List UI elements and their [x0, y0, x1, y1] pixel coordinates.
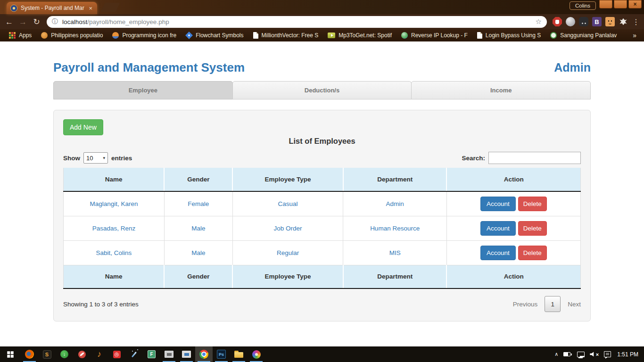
- bookmark-label: Sangguniang Panlalav: [560, 32, 617, 39]
- table-row: Sabit, ColinsMaleRegularMISAccountDelete: [64, 240, 581, 265]
- back-button[interactable]: ←: [3, 18, 16, 26]
- browser-tab[interactable]: System - Payroll and Mar ×: [7, 2, 97, 14]
- clock[interactable]: 1:51 PM: [616, 351, 638, 358]
- forward-button[interactable]: →: [17, 18, 29, 26]
- globe-orange-icon: [41, 32, 48, 39]
- monitor-icon[interactable]: [160, 346, 178, 362]
- profile-button[interactable]: Colins: [570, 1, 596, 10]
- delete-button[interactable]: Delete: [518, 197, 547, 211]
- column-header-name: Name: [64, 265, 165, 288]
- delete-button[interactable]: Delete: [518, 246, 547, 260]
- tab-employee[interactable]: Employee: [53, 81, 233, 99]
- column-header-action: Action: [446, 168, 580, 191]
- table-cell: Pasadas, Renz: [64, 216, 165, 240]
- volume-muted-icon[interactable]: [590, 352, 599, 357]
- url-path: /payroll/home_employee.php: [87, 18, 169, 25]
- account-button[interactable]: Account: [480, 246, 516, 260]
- new-tab-button[interactable]: [101, 3, 120, 12]
- bookmark-star-icon[interactable]: ☆: [536, 17, 542, 26]
- dark-app-icon[interactable]: [579, 17, 588, 26]
- address-bar[interactable]: ⓘ localhost/payroll/home_employee.php ☆: [47, 16, 547, 28]
- browser-menu-icon[interactable]: ⋮: [631, 17, 641, 26]
- pagination: Previous 1 Next: [513, 296, 581, 312]
- entries-select-value: 10: [86, 155, 93, 162]
- bookmark-login-bypass-using-s[interactable]: Login Bypass Using S: [473, 32, 545, 39]
- network-icon[interactable]: [577, 352, 585, 357]
- pagination-previous[interactable]: Previous: [513, 301, 538, 308]
- column-header-employee-type: Employee Type: [232, 168, 343, 191]
- column-header-department: Department: [343, 265, 446, 288]
- pagination-next[interactable]: Next: [568, 301, 581, 308]
- table-cell: Job Order: [232, 216, 343, 240]
- target-icon[interactable]: [108, 346, 125, 362]
- site-favicon-icon: [10, 5, 17, 12]
- start-icon[interactable]: [0, 346, 21, 362]
- bookmark-sangguniang-panlalav[interactable]: Sangguniang Panlalav: [546, 32, 621, 39]
- bookmark-programming-icon-fre[interactable]: Programming icon fre: [108, 32, 181, 39]
- bookmark-flowchart-symbols[interactable]: Flowchart Symbols: [182, 32, 248, 39]
- photoshop-icon[interactable]: [213, 346, 230, 362]
- bootstrap-icon[interactable]: [592, 17, 602, 26]
- delete-button[interactable]: Delete: [518, 221, 547, 236]
- bookmark-label: Login Bypass Using S: [486, 32, 541, 39]
- reload-button[interactable]: ↻: [30, 18, 43, 26]
- adblock-icon[interactable]: [553, 17, 562, 26]
- bookmark-mp3toget-net-spotif[interactable]: Mp3ToGet.net: Spotif: [323, 32, 396, 39]
- bookmarks-bar: AppsPhilippines populatioProgramming ico…: [0, 29, 644, 41]
- add-new-button[interactable]: Add New: [63, 119, 103, 135]
- column-header-department: Department: [343, 168, 446, 191]
- bookmarks-overflow-icon[interactable]: »: [630, 32, 639, 39]
- sublime-icon[interactable]: [38, 346, 56, 362]
- column-header-employee-type: Employee Type: [232, 265, 343, 288]
- list-title: List of Employees: [63, 137, 581, 146]
- seal-green-icon: [550, 32, 557, 39]
- tab-income[interactable]: Income: [411, 81, 591, 99]
- employees-table: NameGenderEmployee TypeDepartmentAction …: [63, 168, 581, 289]
- firefox-icon[interactable]: [21, 346, 38, 362]
- entries-select[interactable]: 10▾: [83, 152, 108, 164]
- folder-icon[interactable]: [230, 346, 248, 362]
- chrome-icon[interactable]: [195, 346, 213, 362]
- taskbar-apps: [0, 346, 265, 362]
- xdm-icon[interactable]: [619, 17, 628, 26]
- action-center-icon[interactable]: [604, 351, 611, 357]
- browser-tab-strip: System - Payroll and Mar × Colins ×: [0, 0, 644, 14]
- wand-icon[interactable]: [125, 346, 143, 362]
- minimize-button[interactable]: [599, 0, 612, 8]
- pagination-current[interactable]: 1: [545, 296, 561, 312]
- paint-icon[interactable]: [248, 346, 265, 362]
- maximize-button[interactable]: [614, 0, 627, 8]
- page-info-icon[interactable]: ⓘ: [52, 17, 58, 26]
- idm-icon[interactable]: [56, 346, 73, 362]
- battery-icon[interactable]: [563, 352, 572, 357]
- tab-deduction-s[interactable]: Deduction/s: [232, 81, 412, 99]
- close-button[interactable]: ×: [628, 0, 642, 8]
- action-cell: AccountDelete: [446, 216, 580, 240]
- bookmark-millionthvector-free-s[interactable]: MillionthVector: Free S: [249, 32, 323, 39]
- monitor-graph-icon[interactable]: [178, 346, 195, 362]
- tray-expand-icon[interactable]: ∧: [554, 351, 558, 357]
- flashcard-icon[interactable]: [143, 346, 160, 362]
- bookmark-label: Programming icon fre: [122, 32, 176, 39]
- window-controls: ×: [599, 0, 642, 8]
- table-cell: Regular: [232, 240, 343, 265]
- table-row: Pasadas, RenzMaleJob OrderHuman Resource…: [64, 216, 581, 240]
- music-icon[interactable]: [91, 346, 108, 362]
- action-cell: AccountDelete: [446, 240, 580, 265]
- bookmark-apps[interactable]: Apps: [5, 32, 36, 39]
- table-info: Showing 1 to 3 of 3 entries: [63, 301, 139, 308]
- ccleaner-icon[interactable]: [73, 346, 91, 362]
- browser-toolbar: ← → ↻ ⓘ localhost/payroll/home_employee.…: [0, 14, 644, 29]
- bookmark-label: MillionthVector: Free S: [262, 32, 319, 39]
- tab-close-icon[interactable]: ×: [88, 5, 93, 11]
- face-app-icon[interactable]: [605, 17, 615, 26]
- bookmark-reverse-ip-lookup-f[interactable]: Reverse IP Lookup - F: [397, 32, 472, 39]
- page-icon: [477, 32, 482, 39]
- table-cell: Human Resource: [343, 216, 446, 240]
- account-button[interactable]: Account: [480, 197, 516, 211]
- bookmark-philippines-populatio[interactable]: Philippines populatio: [37, 32, 107, 39]
- ghostery-icon[interactable]: [566, 17, 575, 26]
- account-button[interactable]: Account: [480, 221, 516, 236]
- search-input[interactable]: [488, 152, 581, 164]
- pin-orange-icon: [112, 32, 119, 39]
